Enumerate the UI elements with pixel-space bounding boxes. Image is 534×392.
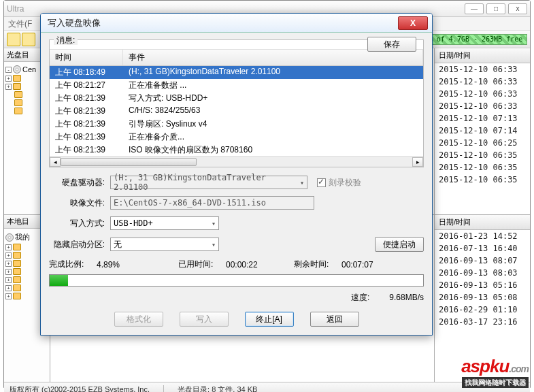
- write-disk-image-dialog: 写入硬盘映像 X 消息: 保存 时间 事件 上午 08:18:49(H:, 31…: [40, 13, 433, 336]
- toolbar-open-icon[interactable]: [22, 33, 35, 46]
- hidden-label: 隐藏启动分区:: [49, 239, 110, 250]
- progress-bar: [49, 274, 424, 287]
- hidden-partition-dropdown[interactable]: 无: [110, 238, 219, 251]
- date-header[interactable]: 日期/时间: [435, 215, 530, 230]
- elapsed-label: 已用时间:: [178, 259, 226, 270]
- message-row[interactable]: 上午 08:18:49(H:, 31 GB)KingstonDataTravel…: [50, 66, 423, 79]
- message-row[interactable]: 上午 08:21:39ISO 映像文件的扇区数为 8708160: [50, 144, 423, 156]
- scroll-right-icon[interactable]: ▸: [412, 157, 423, 167]
- status-bar: 版权所有 (c)2002-2015 EZB Systems, Inc. 光盘目录…: [4, 382, 530, 392]
- expand-icon[interactable]: +: [5, 84, 12, 90]
- dialog-titlebar[interactable]: 写入硬盘映像 X: [41, 14, 432, 33]
- dialog-close-button[interactable]: X: [398, 16, 428, 30]
- expand-icon[interactable]: +: [5, 76, 12, 82]
- date-column-top: 日期/时间 2015-12-10 06:332015-12-10 06:3320…: [435, 48, 530, 214]
- date-item[interactable]: 2015-12-10 06:35: [435, 161, 530, 174]
- expand-icon[interactable]: -: [5, 67, 12, 73]
- date-item[interactable]: 2016-09-13 05:08: [435, 291, 530, 304]
- progress-fill: [50, 275, 68, 286]
- progress-info: 完成比例: 4.89% 已用时间: 00:00:22 剩余时间: 00:07:0…: [49, 259, 424, 270]
- abort-button[interactable]: 终止[A]: [245, 312, 294, 327]
- watermark: aspku.com 找我网络随时下载器: [461, 356, 529, 388]
- event-time: 上午 08:21:39: [55, 105, 129, 117]
- date-item[interactable]: 2016-03-17 23:16: [435, 316, 530, 328]
- scroll-thumb[interactable]: [61, 158, 197, 166]
- menu-file[interactable]: 文件(F: [8, 19, 32, 29]
- date-item[interactable]: 2015-12-10 06:33: [435, 76, 530, 88]
- message-row[interactable]: 上午 08:21:27正在准备数据 ...: [50, 79, 423, 92]
- date-item[interactable]: 2015-12-10 06:35: [435, 174, 530, 186]
- date-item[interactable]: 2016-09-13 05:16: [435, 279, 530, 291]
- col-time[interactable]: 时间: [50, 50, 123, 65]
- disc-icon: [13, 65, 21, 74]
- event-time: 上午 08:21:39: [55, 131, 129, 143]
- toolbar-new-icon[interactable]: [7, 33, 20, 46]
- drive-dropdown[interactable]: (H:, 31 GB)KingstonDataTraveler 2.01100: [110, 176, 307, 189]
- date-item[interactable]: 2016-09-13 08:03: [435, 267, 530, 279]
- close-button[interactable]: x: [508, 3, 527, 14]
- expand-icon[interactable]: +: [5, 252, 12, 259]
- date-item[interactable]: 2016-02-29 01:10: [435, 304, 530, 316]
- event-text: ISO 映像文件的扇区数为 8708160: [129, 144, 418, 156]
- folder-icon: [14, 108, 22, 114]
- message-row[interactable]: 上午 08:21:39C/H/S: 3824/255/63: [50, 105, 423, 118]
- back-button[interactable]: 返回: [310, 312, 359, 327]
- expand-icon[interactable]: +: [5, 261, 12, 267]
- message-row[interactable]: 上午 08:21:39引导扇区: Syslinux v4: [50, 118, 423, 131]
- expand-icon[interactable]: +: [5, 293, 12, 299]
- folder-icon: [13, 75, 21, 82]
- message-box: 消息: 保存 时间 事件 上午 08:18:49(H:, 31 GB)Kings…: [49, 39, 424, 167]
- remain-value: 00:07:07: [341, 260, 396, 270]
- save-button[interactable]: 保存: [367, 37, 416, 52]
- date-item[interactable]: 2015-12-10 07:13: [435, 112, 530, 125]
- col-event[interactable]: 事件: [123, 50, 423, 65]
- folder-icon: [13, 244, 21, 250]
- date-item[interactable]: 2015-12-10 06:33: [435, 100, 530, 112]
- date-item[interactable]: 2015-12-10 06:25: [435, 137, 530, 149]
- event-text: 正在准备数据 ...: [129, 80, 418, 91]
- maximize-button[interactable]: □: [486, 3, 505, 14]
- date-item[interactable]: 2016-07-13 16:40: [435, 242, 530, 255]
- expand-icon[interactable]: +: [5, 244, 12, 250]
- message-legend: 消息:: [54, 35, 78, 45]
- speed-value: 9.68MB/s: [389, 293, 424, 302]
- event-text: C/H/S: 3824/255/63: [129, 105, 418, 117]
- image-label: 映像文件:: [49, 197, 110, 209]
- expand-icon[interactable]: +: [5, 277, 12, 283]
- horizontal-scrollbar[interactable]: ◂ ▸: [50, 156, 423, 167]
- event-time: 上午 08:21:39: [55, 144, 129, 156]
- method-label: 写入方式:: [49, 218, 110, 229]
- minimize-button[interactable]: —: [465, 3, 484, 14]
- date-item[interactable]: 2015-12-10 06:33: [435, 88, 530, 100]
- computer-icon: [5, 233, 14, 242]
- pct-label: 完成比例:: [49, 259, 97, 270]
- image-file-field[interactable]: E:\CentOS-7-x86_64-DVD-1511.iso: [110, 196, 314, 210]
- drive-label: 硬盘驱动器:: [49, 177, 110, 189]
- write-method-dropdown[interactable]: USB-HDD+: [110, 216, 219, 230]
- folder-icon: [13, 268, 21, 275]
- folder-icon: [13, 83, 21, 90]
- date-header[interactable]: 日期/时间: [435, 48, 530, 63]
- date-item[interactable]: 2016-09-13 08:07: [435, 255, 530, 267]
- date-item[interactable]: 2015-12-10 06:35: [435, 149, 530, 161]
- expand-icon[interactable]: +: [5, 285, 12, 291]
- event-time: 上午 08:21:27: [55, 80, 129, 91]
- date-item[interactable]: 2015-12-10 06:33: [435, 63, 530, 76]
- event-time: 上午 08:18:49: [55, 67, 129, 78]
- message-row[interactable]: 上午 08:21:39正在准备介质...: [50, 131, 423, 144]
- date-item[interactable]: 2016-01-23 14:52: [435, 230, 530, 242]
- message-row[interactable]: 上午 08:21:39写入方式: USB-HDD+: [50, 92, 423, 105]
- expand-icon[interactable]: +: [5, 269, 12, 275]
- portable-boot-button[interactable]: 便捷启动: [375, 237, 424, 252]
- folder-icon: [14, 99, 22, 106]
- folder-icon: [14, 91, 22, 98]
- folder-icon: [13, 252, 21, 259]
- elapsed-value: 00:00:22: [226, 260, 280, 270]
- folder-icon: [13, 276, 21, 283]
- verify-checkbox[interactable]: [317, 178, 326, 187]
- event-text: 写入方式: USB-HDD+: [129, 93, 418, 104]
- scroll-left-icon[interactable]: ◂: [50, 157, 61, 167]
- dialog-title: 写入硬盘映像: [48, 17, 398, 29]
- date-item[interactable]: 2015-12-10 07:14: [435, 125, 530, 137]
- message-rows[interactable]: 上午 08:18:49(H:, 31 GB)KingstonDataTravel…: [50, 66, 423, 156]
